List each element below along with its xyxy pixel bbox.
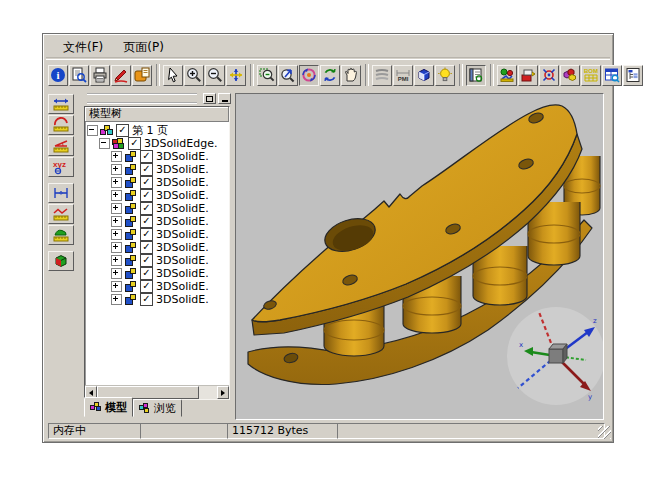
bom-button[interactable]: BOM xyxy=(581,65,601,86)
tree-part-label: 3DSolidE. xyxy=(156,215,209,228)
part-checkbox[interactable] xyxy=(140,280,153,293)
page-checkbox[interactable] xyxy=(116,124,129,137)
part-checkbox[interactable] xyxy=(140,267,153,280)
hand-pan-button[interactable] xyxy=(341,65,361,86)
expand-icon[interactable] xyxy=(111,255,122,266)
layers-button[interactable] xyxy=(372,65,392,86)
scroll-right-button[interactable] xyxy=(217,386,229,399)
svg-text:i: i xyxy=(56,69,59,81)
rotate-view-icon xyxy=(301,67,317,83)
tree-part-row[interactable]: 3DSolidE. xyxy=(85,241,229,254)
measure-between-button[interactable] xyxy=(48,183,74,203)
rotate-view-button[interactable] xyxy=(299,65,319,86)
tree-assembly-row[interactable]: 3DSolidEdge. xyxy=(85,137,229,150)
expand-icon[interactable] xyxy=(111,242,122,253)
pan-button[interactable] xyxy=(226,65,246,86)
part-checkbox[interactable] xyxy=(140,293,153,306)
tab-model[interactable]: 模型 xyxy=(84,397,133,417)
assembly-checkbox[interactable] xyxy=(128,137,141,150)
part-cube-icon xyxy=(124,294,138,306)
expand-icon[interactable] xyxy=(111,281,122,292)
tree-part-row[interactable]: 3DSolidE. xyxy=(85,293,229,306)
tree-part-label: 3DSolidE. xyxy=(156,254,209,267)
part-checkbox[interactable] xyxy=(140,202,153,215)
document-preview-button[interactable] xyxy=(69,65,89,86)
center-target-button[interactable] xyxy=(539,65,559,86)
refresh-button[interactable] xyxy=(320,65,340,86)
tree-part-row[interactable]: 3DSolidE. xyxy=(85,267,229,280)
tree-part-row[interactable]: 3DSolidE. xyxy=(85,280,229,293)
parts-table-button[interactable] xyxy=(602,65,622,86)
panel-grip-handle[interactable] xyxy=(87,93,197,104)
zoom-out-button[interactable] xyxy=(205,65,225,86)
panel-float-button[interactable] xyxy=(203,93,216,104)
menu-file[interactable]: 文件(F) xyxy=(56,37,110,58)
viewport-3d[interactable]: z y x xyxy=(235,93,604,420)
part-checkbox[interactable] xyxy=(140,176,153,189)
print-button[interactable] xyxy=(90,65,110,86)
select-cursor-button[interactable] xyxy=(163,65,183,86)
toolbar-separator xyxy=(156,64,160,86)
part-checkbox[interactable] xyxy=(140,189,153,202)
tree-part-row[interactable]: 3DSolidE. xyxy=(85,202,229,215)
move-part-button[interactable] xyxy=(518,65,538,86)
part-checkbox[interactable] xyxy=(140,163,153,176)
expand-icon[interactable] xyxy=(111,177,122,188)
stamp-button[interactable] xyxy=(132,65,152,86)
expand-icon[interactable] xyxy=(111,190,122,201)
part-checkbox[interactable] xyxy=(140,241,153,254)
tree-part-row[interactable]: 3DSolidE. xyxy=(85,254,229,267)
tree-part-row[interactable]: 3DSolidE. xyxy=(85,150,229,163)
resize-grip[interactable] xyxy=(598,426,611,439)
view-cube-button[interactable] xyxy=(414,65,434,86)
measure-coordinate-button[interactable]: xyz xyxy=(48,157,74,177)
info-button[interactable]: i xyxy=(48,65,68,86)
expand-icon[interactable] xyxy=(111,294,122,305)
section-view-button[interactable] xyxy=(48,251,74,271)
collapse-icon[interactable] xyxy=(99,138,110,149)
expand-icon[interactable] xyxy=(111,151,122,162)
zoom-in-button[interactable] xyxy=(184,65,204,86)
expand-icon[interactable] xyxy=(111,203,122,214)
pmi-button[interactable]: PMI xyxy=(393,65,413,86)
part-checkbox[interactable] xyxy=(140,228,153,241)
lighting-icon xyxy=(437,67,453,83)
collapse-icon[interactable] xyxy=(87,125,98,136)
expand-icon[interactable] xyxy=(111,268,122,279)
measure-polyline-button[interactable] xyxy=(48,204,74,224)
part-checkbox[interactable] xyxy=(140,215,153,228)
measure-radius-button[interactable] xyxy=(48,115,74,135)
view-cube-icon xyxy=(416,67,432,83)
expand-icon[interactable] xyxy=(111,229,122,240)
part-cube-icon xyxy=(124,164,138,176)
bom-icon: BOM xyxy=(584,68,598,82)
markup-pen-button[interactable] xyxy=(111,65,131,86)
tree-part-label: 3DSolidE. xyxy=(156,241,209,254)
notebook-button[interactable] xyxy=(466,65,486,86)
explode-view-button[interactable] xyxy=(560,65,580,86)
part-checkbox[interactable] xyxy=(140,254,153,267)
snapshot-button[interactable] xyxy=(497,65,517,86)
measure-angle-button[interactable] xyxy=(48,136,74,156)
tree-page-row[interactable]: 第 1 页 xyxy=(85,124,229,137)
expand-icon[interactable] xyxy=(111,216,122,227)
part-checkbox[interactable] xyxy=(140,150,153,163)
menu-page[interactable]: 页面(P) xyxy=(116,37,171,58)
tree-part-row[interactable]: 3DSolidE. xyxy=(85,163,229,176)
lighting-button[interactable] xyxy=(435,65,455,86)
tree-part-row[interactable]: 3DSolidE. xyxy=(85,189,229,202)
zoom-window-button[interactable] xyxy=(257,65,277,86)
measure-area-button[interactable] xyxy=(48,225,74,245)
expand-icon[interactable] xyxy=(111,164,122,175)
measure-distance-button[interactable] xyxy=(48,94,74,114)
status-size: 115712 Bytes xyxy=(227,423,343,439)
tab-browse[interactable]: 浏览 xyxy=(133,399,182,417)
tree-part-row[interactable]: 3DSolidE. xyxy=(85,176,229,189)
tree-part-row[interactable]: 3DSolidE. xyxy=(85,215,229,228)
zoom-dynamic-button[interactable] xyxy=(278,65,298,86)
structure-tree-button[interactable] xyxy=(623,65,643,86)
info-icon: i xyxy=(50,67,66,83)
panel-hide-button[interactable] xyxy=(218,93,231,104)
zoom-in-icon xyxy=(186,67,202,83)
tree-part-row[interactable]: 3DSolidE. xyxy=(85,228,229,241)
